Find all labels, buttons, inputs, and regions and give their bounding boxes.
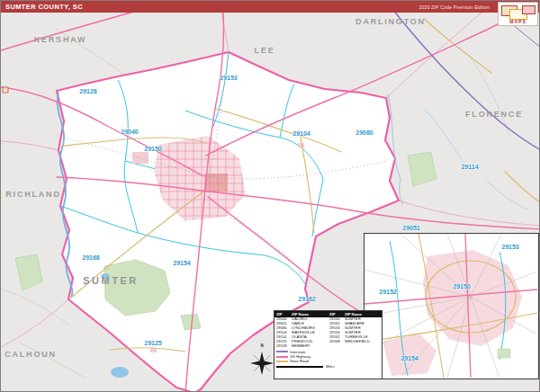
scale-bar-graphic — [276, 366, 323, 369]
us-highway-line-sample — [276, 356, 288, 358]
zip-label-29128: 29128 — [79, 88, 96, 94]
inset-zip-label-29153: 29153 — [501, 244, 518, 250]
county-label-darlington: DARLINGTON — [356, 17, 426, 26]
scale-bar: Miles — [274, 363, 382, 370]
inset-map-art — [364, 234, 537, 378]
zip-label-29150: 29150 — [144, 146, 161, 152]
title-bar: SUMTER COUNTY, SC 2020 ZIP Code Premium … — [1, 1, 539, 13]
road-legend: Interstate US Highway State Road — [274, 349, 382, 364]
inset-park — [498, 349, 510, 358]
county-label-kershaw: KERSHAW — [34, 35, 87, 44]
scale-unit-label: Miles — [326, 364, 335, 369]
county-label-sumter: SUMTER — [83, 275, 138, 286]
zip-label-29162: 29162 — [298, 296, 315, 302]
county-label-calhoun: CALHOUN — [4, 350, 57, 359]
legend-box: ZIPZIP Name ZIPZIP Name 29040DALZELL 291… — [274, 310, 382, 379]
inset-map: 29153 29150 29152 29154 — [364, 233, 539, 379]
zip-label-29153: 29153 — [220, 75, 237, 81]
zip-label-29080: 29080 — [356, 129, 373, 136]
zip-label-29168: 29168 — [82, 254, 99, 261]
poi-icon — [3, 87, 8, 93]
zip-label-29051: 29051 — [402, 225, 419, 231]
county-label-richland: RICHLAND — [5, 190, 60, 199]
inset-zip-label-29150: 29150 — [453, 283, 470, 290]
zip-index-row: 29128REMBERT — [274, 344, 382, 349]
compass-north-label: N — [260, 343, 263, 348]
interstate-line-sample — [276, 351, 288, 352]
brand-logo: MAPS — [498, 2, 538, 26]
zip-label-29114: 29114 — [461, 164, 478, 170]
edition-label: 2020 ZIP Code Premium Edition — [418, 4, 490, 10]
zip-label-29104: 29104 — [292, 130, 310, 137]
county-label-lee: LEE — [255, 46, 275, 55]
state-road-line-sample — [276, 361, 288, 362]
logo-map-thumbnail — [522, 5, 536, 14]
map-page: SUMTER COUNTY, SC 2020 ZIP Code Premium … — [0, 0, 540, 392]
zip-label-29125: 29125 — [144, 340, 161, 346]
zip-index-header: ZIPZIP Name ZIPZIP Name — [274, 311, 382, 317]
county-label-florence: FLORENCE — [465, 110, 523, 119]
map-title: SUMTER COUNTY, SC — [5, 3, 83, 11]
zip-label-29154: 29154 — [173, 260, 190, 266]
compass-rose-icon — [250, 352, 274, 375]
zip-label-29040: 29040 — [121, 129, 138, 135]
brand-logo-text: MAPS — [499, 19, 537, 24]
inset-zip-label-29154: 29154 — [400, 355, 418, 361]
inset-zip-label-29152: 29152 — [379, 289, 396, 295]
